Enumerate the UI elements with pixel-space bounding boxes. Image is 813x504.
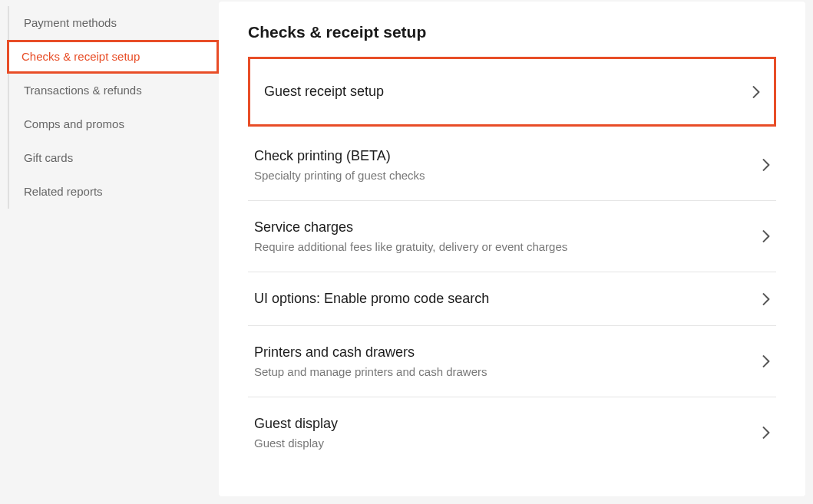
chevron-right-icon <box>762 293 770 305</box>
setting-row[interactable]: Printers and cash drawersSetup and manag… <box>248 326 776 397</box>
sidebar-item[interactable]: Related reports <box>9 175 219 209</box>
setting-subtitle: Require additional fees like gratuity, d… <box>254 240 567 253</box>
setting-subtitle: Guest display <box>254 436 338 450</box>
chevron-right-icon <box>762 159 770 171</box>
setting-text: Guest displayGuest display <box>254 416 338 450</box>
setting-text: Printers and cash drawersSetup and manag… <box>254 344 487 378</box>
setting-row[interactable]: UI options: Enable promo code search <box>248 272 776 326</box>
chevron-right-icon <box>762 427 770 439</box>
sidebar-inner: Payment methodsChecks & receipt setupTra… <box>8 6 219 209</box>
setting-subtitle: Setup and manage printers and cash drawe… <box>254 365 487 378</box>
sidebar-item[interactable]: Checks & receipt setup <box>7 40 219 74</box>
page-title: Checks & receipt setup <box>248 23 776 41</box>
setting-title: Service charges <box>254 219 567 236</box>
setting-row[interactable]: Guest receipt setup <box>248 57 776 127</box>
setting-row[interactable]: Guest displayGuest display <box>248 397 776 468</box>
setting-row[interactable]: Service chargesRequire additional fees l… <box>248 201 776 272</box>
setting-text: Service chargesRequire additional fees l… <box>254 219 567 253</box>
chevron-right-icon <box>752 86 760 98</box>
setting-title: UI options: Enable promo code search <box>254 291 489 307</box>
setting-title: Guest display <box>254 416 338 432</box>
settings-list: Guest receipt setupCheck printing (BETA)… <box>248 57 776 468</box>
setting-text: UI options: Enable promo code search <box>254 291 489 307</box>
setting-subtitle: Specialty printing of guest checks <box>254 169 425 182</box>
sidebar-item[interactable]: Payment methods <box>9 6 219 40</box>
main-panel: Checks & receipt setup Guest receipt set… <box>219 2 805 496</box>
setting-title: Guest receipt setup <box>264 84 384 100</box>
sidebar-item[interactable]: Transactions & refunds <box>9 74 219 107</box>
setting-title: Check printing (BETA) <box>254 148 425 164</box>
setting-title: Printers and cash drawers <box>254 344 487 361</box>
sidebar-item[interactable]: Comps and promos <box>9 107 219 141</box>
chevron-right-icon <box>762 230 770 242</box>
sidebar: Payment methodsChecks & receipt setupTra… <box>0 0 219 504</box>
sidebar-item[interactable]: Gift cards <box>9 141 219 175</box>
setting-text: Guest receipt setup <box>264 84 384 100</box>
chevron-right-icon <box>762 355 770 367</box>
setting-text: Check printing (BETA)Specialty printing … <box>254 148 425 182</box>
setting-row[interactable]: Check printing (BETA)Specialty printing … <box>248 130 776 201</box>
